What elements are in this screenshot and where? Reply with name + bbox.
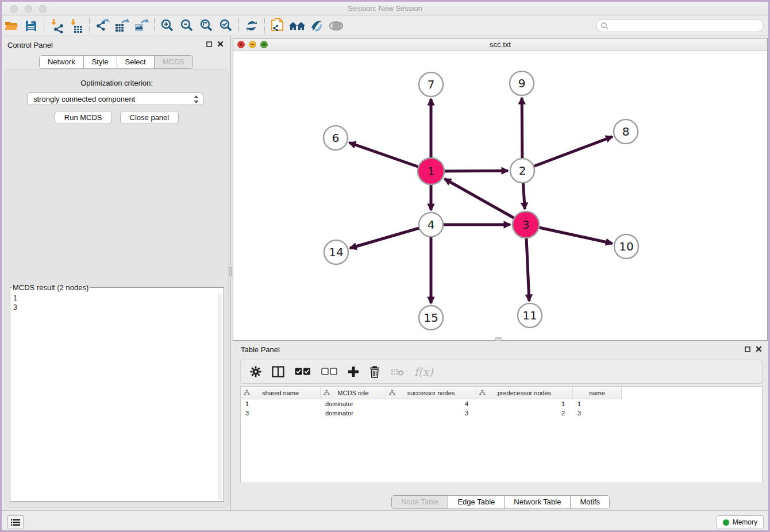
add-column-icon[interactable] [348,366,359,377]
toolbar-separator [44,18,44,33]
table-body: 1dominator4113dominator323 [241,399,762,418]
tab-motifs[interactable]: Motifs [571,496,609,508]
save-icon [24,19,38,33]
cell-name[interactable]: 1 [573,399,622,408]
export-network-button[interactable] [93,17,112,34]
network-window-titlebar[interactable]: scc.txt [233,38,767,51]
node-11[interactable]: 11 [518,303,542,327]
close-table-panel-icon[interactable] [756,346,762,352]
network-graph[interactable]: 1234678910111415 [233,51,767,340]
import-network-button[interactable] [47,17,67,34]
tab-edge-table[interactable]: Edge Table [448,496,505,508]
function-builder-icon[interactable]: f(x) [414,367,433,377]
node-10[interactable]: 10 [614,234,638,259]
network-from-selection-button[interactable] [268,17,287,34]
search-input[interactable] [609,20,763,31]
column-header-shared-name[interactable]: shared name [241,387,321,399]
zoom-selected-button[interactable] [216,17,236,34]
cell-predecessor-nodes[interactable]: 2 [476,408,573,418]
cell-name[interactable]: 3 [573,408,622,418]
memory-button[interactable]: Memory [717,515,764,529]
deselect-all-icon[interactable] [321,368,337,376]
graphics-details-button[interactable] [326,17,346,34]
node-2[interactable]: 2 [510,159,534,183]
tab-style[interactable]: Style [84,56,117,68]
float-panel-icon[interactable] [206,41,212,47]
cell-MCDS-role[interactable]: dominator [321,399,386,408]
tab-network[interactable]: Network [40,56,84,68]
edge-2-8[interactable] [522,137,613,171]
refresh-button[interactable] [242,17,261,34]
mcds-scrollbar[interactable] [218,293,222,500]
cell-shared-name[interactable]: 1 [241,399,321,408]
toolbar-separator [264,18,265,33]
export-table-button[interactable] [112,17,132,34]
cell-MCDS-role[interactable]: dominator [321,408,386,418]
table-settings-icon[interactable] [250,366,261,377]
open-folder-icon [4,19,19,33]
column-header-predecessor-nodes[interactable]: predecessor nodes [476,387,573,399]
node-1[interactable]: 1 [418,158,444,184]
svg-text:10: 10 [619,240,633,253]
delete-column-icon[interactable] [369,366,380,378]
zoom-in-button[interactable] [157,17,177,34]
node-9[interactable]: 9 [510,71,534,95]
column-header-successor-nodes[interactable]: successor nodes [386,387,476,399]
split-view-icon[interactable] [272,366,284,377]
vertical-splitter-handle[interactable] [229,267,232,276]
mcds-panel: Optimization criterion: strongly connect… [5,69,229,508]
svg-text:4: 4 [428,218,435,232]
export-table-icon [114,18,129,33]
tab-node-table[interactable]: Node Table [392,496,449,508]
cell-successor-nodes[interactable]: 4 [386,399,476,408]
select-all-icon[interactable] [295,368,311,376]
svg-text:7: 7 [428,78,435,91]
delete-table-icon[interactable] [390,367,404,376]
column-header-MCDS-role[interactable]: MCDS role [321,387,386,399]
task-history-button[interactable] [7,515,24,529]
node-4[interactable]: 4 [419,213,443,237]
first-neighbors-button[interactable] [287,17,307,34]
cell-shared-name[interactable]: 3 [241,408,321,418]
dropdown-arrows-icon [193,95,199,106]
close-panel-icon[interactable] [217,41,224,47]
cell-successor-nodes[interactable]: 3 [386,408,476,418]
export-image-button[interactable] [132,17,151,34]
tab-mcds[interactable]: MCDS [155,56,192,68]
visual-styles-button[interactable] [307,17,326,34]
node-15[interactable]: 15 [419,306,443,330]
table-row[interactable]: 3dominator323 [241,408,762,418]
eye-icon [328,20,344,32]
tab-network-table[interactable]: Network Table [505,496,571,508]
table-header-row: shared nameMCDS rolesuccessor nodesprede… [241,387,762,399]
node-7[interactable]: 7 [419,72,443,97]
svg-text:2: 2 [519,164,526,178]
save-session-button[interactable] [21,17,41,34]
zoom-fit-icon [199,18,214,33]
edge-3-1[interactable] [445,179,526,225]
close-panel-button[interactable]: Close panel [120,111,179,124]
optimization-criterion-label: Optimization criterion: [5,79,228,87]
cell-predecessor-nodes[interactable]: 1 [476,399,573,408]
search-box [596,19,764,32]
tab-select[interactable]: Select [117,56,155,68]
node-3[interactable]: 3 [513,211,539,238]
import-table-button[interactable] [67,17,86,34]
table-row[interactable]: 1dominator411 [241,399,762,408]
svg-text:14: 14 [329,245,343,259]
zoom-out-button[interactable] [177,17,197,34]
node-14[interactable]: 14 [324,240,348,264]
run-mcds-button[interactable]: Run MCDS [55,111,112,124]
horizontal-splitter-handle[interactable] [495,337,502,341]
mcds-result-title: MCDS result (2 nodes) [11,283,90,292]
network-canvas[interactable]: 1234678910111415 [233,51,767,340]
criterion-dropdown[interactable]: strongly connected component [27,92,203,105]
mcds-result-area[interactable]: 1 3 [11,292,223,500]
zoom-fit-button[interactable] [197,17,216,34]
export-image-icon [134,18,149,33]
float-table-panel-icon[interactable] [745,346,750,352]
node-6[interactable]: 6 [324,126,348,150]
column-header-name[interactable]: name [573,387,622,399]
node-8[interactable]: 8 [614,119,638,144]
open-session-button[interactable] [2,17,21,34]
